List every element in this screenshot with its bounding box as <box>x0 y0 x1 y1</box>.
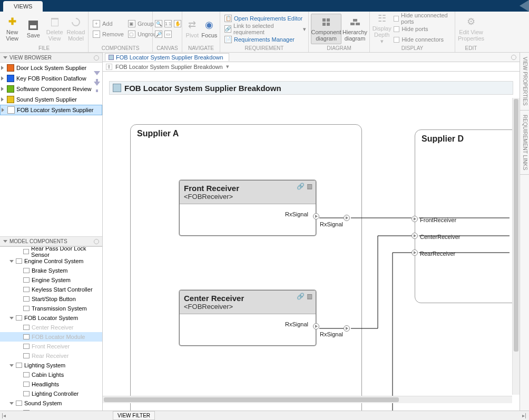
center-receiver-out-port[interactable] <box>313 323 319 329</box>
canvas[interactable]: FOB Locator System Supplier Breakdown Su… <box>103 72 520 411</box>
center-receiver-port-label: RxSignal <box>285 321 308 327</box>
view-icon <box>109 55 114 60</box>
reload-model-button[interactable]: Reload Model <box>66 14 86 44</box>
view-browser-item[interactable]: Door Lock System Supplier <box>0 63 102 73</box>
chip-icon: ▥ <box>307 293 312 300</box>
requirement-links-tab[interactable]: REQUIREMENT LINKS <box>520 111 529 175</box>
supplier-d-front-port[interactable] <box>412 216 418 222</box>
add-component-button[interactable]: +Add <box>93 19 124 28</box>
supplier-a-center-port[interactable] <box>344 325 350 332</box>
zoom-in-icon[interactable]: 🔍 <box>155 20 162 27</box>
component-diagram-button[interactable]: Component diagram <box>311 14 341 44</box>
link-selected-req-button[interactable]: 🔗Link to selected requirement▾ <box>224 24 306 34</box>
model-component-item[interactable]: Lighting Controller <box>0 389 102 398</box>
nav-back-button[interactable]: |◂ <box>0 413 7 418</box>
nav-up-button[interactable]: ⇧ <box>106 64 112 70</box>
document-tab[interactable]: FOB Locator System Supplier Breakdown <box>105 53 229 61</box>
model-component-item[interactable]: Headlights <box>0 379 102 389</box>
zoom-region-icon[interactable]: ▭ <box>164 31 172 38</box>
link-icon: 🔗 <box>297 293 305 300</box>
pivot-button[interactable]: ⇄ Pivot <box>184 14 200 44</box>
model-component-item[interactable]: Transmission System <box>0 304 102 313</box>
model-component-label: FOB Locator System <box>24 315 78 321</box>
pan-icon[interactable]: ✋ <box>174 20 181 27</box>
view-browser-header[interactable]: VIEW BROWSER <box>0 53 102 63</box>
view-browser-item[interactable]: Key FOB Position Dataflow <box>0 73 102 84</box>
left-panel: VIEW BROWSER Door Lock System Supplier K… <box>0 53 103 411</box>
new-view-button[interactable]: ✚ New View <box>2 14 22 44</box>
display-depth-button[interactable]: ☷ Display Depth ▾ <box>372 14 391 44</box>
zoom-out-icon[interactable]: 🔎 <box>155 31 162 38</box>
supplier-d-center-port[interactable] <box>412 233 418 239</box>
component-icon <box>23 372 30 377</box>
hide-ports-checkbox[interactable]: Hide ports <box>394 24 453 34</box>
component-icon <box>23 391 30 396</box>
model-component-item[interactable]: Dashboard Speaker <box>0 408 102 411</box>
model-component-item[interactable]: Rear Receiver <box>0 351 102 361</box>
chevron-down-icon[interactable]: ▾ <box>226 63 229 70</box>
panel-options-icon[interactable] <box>94 239 99 244</box>
model-component-item[interactable]: Start/Stop Button <box>0 294 102 304</box>
model-component-item[interactable]: Sound System <box>0 398 102 408</box>
diagram-surface[interactable]: Supplier A Front Receiver <FOBReceiver> … <box>109 98 513 404</box>
supplier-a-group[interactable]: Supplier A Front Receiver <FOBReceiver> … <box>130 124 362 411</box>
expand-icon <box>2 108 4 112</box>
model-component-item[interactable]: Cabin Lights <box>0 370 102 379</box>
center-receiver-name: Center Receiver <box>184 294 311 303</box>
view-browser-item[interactable]: FOB Locator System Supplier <box>0 105 102 115</box>
horizontal-scrollbar[interactable] <box>103 396 512 403</box>
ribbon-toolbar: ✚ New View Save Delete View Reload Model… <box>0 12 529 53</box>
model-component-item[interactable]: Keyless Start Controller <box>0 285 102 294</box>
edit-view-properties-button[interactable]: ⚙ Edit View Properties <box>457 14 485 44</box>
model-component-item[interactable]: Center Receiver <box>0 323 102 332</box>
collapse-ribbon-icon[interactable] <box>520 0 529 12</box>
model-component-label: Engine System <box>32 277 71 283</box>
model-component-item[interactable]: Rear Pass Door Lock Sensor <box>0 247 102 256</box>
model-component-item[interactable]: FOB Locator System <box>0 313 102 323</box>
hide-unconnected-ports-checkbox[interactable]: Hide unconnected ports <box>394 14 453 23</box>
model-component-label: Lighting Controller <box>32 391 79 397</box>
nav-fwd-button[interactable]: ▸| <box>521 413 528 418</box>
model-component-item[interactable]: FOB Locator Module <box>0 332 102 342</box>
hierarchy-diagram-button[interactable]: Hierarchy diagram <box>342 14 367 44</box>
tab-options-icon[interactable] <box>511 55 516 60</box>
model-component-label: Dashboard Speaker <box>32 409 83 411</box>
model-component-item[interactable]: Brake System <box>0 266 102 275</box>
model-component-item[interactable]: Front Receiver <box>0 342 102 351</box>
front-receiver-name: Front Receiver <box>184 184 311 193</box>
model-components-header[interactable]: MODEL COMPONENTS <box>0 236 102 246</box>
panel-options-icon[interactable] <box>94 55 99 61</box>
component-icon <box>16 363 22 368</box>
fit-icon[interactable]: 1:1 <box>164 20 172 27</box>
view-browser-item[interactable]: Software Component Review <box>0 84 102 94</box>
req-manager-button[interactable]: 📄Requirements Manager <box>224 35 306 44</box>
save-button[interactable]: Save <box>23 14 43 44</box>
model-component-label: Front Receiver <box>32 343 70 349</box>
front-receiver-block[interactable]: Front Receiver <FOBReceiver> 🔗▥ RxSignal <box>179 180 316 236</box>
component-icon <box>23 287 30 292</box>
supplier-a-front-port[interactable] <box>344 215 350 221</box>
delete-view-button[interactable]: Delete View <box>45 14 65 44</box>
views-tab[interactable]: VIEWS <box>3 1 43 12</box>
center-receiver-block[interactable]: Center Receiver <FOBReceiver> 🔗▥ RxSigna… <box>179 290 316 346</box>
hide-connectors-checkbox[interactable]: Hide connectors <box>394 35 453 44</box>
supplier-d-rear-port[interactable] <box>412 249 418 256</box>
front-receiver-out-port[interactable] <box>313 213 319 219</box>
vertical-scrollbar[interactable] <box>512 98 520 395</box>
view-filter-tab[interactable]: VIEW FILTER <box>113 411 155 420</box>
document-tab-label: FOB Locator System Supplier Breakdown <box>116 54 223 61</box>
scrollbar-thumb[interactable] <box>514 99 518 352</box>
scrollbar-thumb[interactable] <box>104 397 399 402</box>
supplier-d-group[interactable]: Supplier D <box>415 129 520 303</box>
remove-component-button[interactable]: –Remove <box>93 29 124 39</box>
view-browser-item[interactable]: Sound System Supplier <box>0 94 102 105</box>
view-properties-tab[interactable]: VIEW PROPERTIES <box>520 53 529 111</box>
file-group-label: FILE <box>2 45 86 51</box>
expand-icon <box>9 364 14 367</box>
supplier-a-title: Supplier A <box>131 125 361 143</box>
open-req-editor-button[interactable]: 📋Open Requirements Editor <box>224 14 306 23</box>
focus-button[interactable]: ◉ Focus <box>201 14 218 44</box>
model-component-item[interactable]: Lighting System <box>0 361 102 370</box>
breadcrumb-text[interactable]: FOB Locator System Supplier Breakdown <box>115 64 223 70</box>
model-component-item[interactable]: Engine System <box>0 275 102 285</box>
